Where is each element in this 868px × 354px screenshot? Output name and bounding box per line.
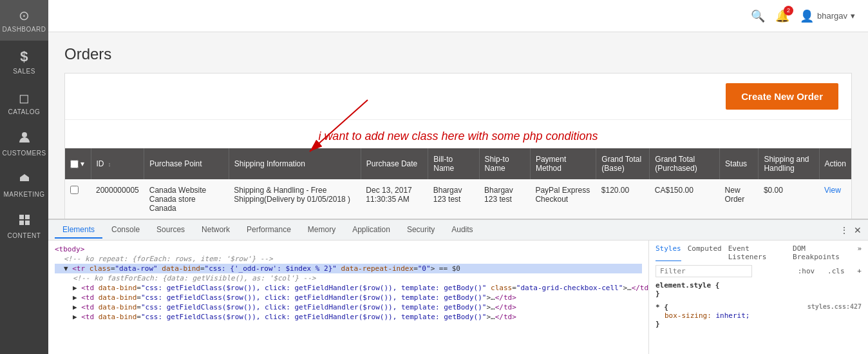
devtools-actions: ⋮ ✕ [840,225,862,235]
notification-badge: 2 [784,6,793,15]
styles-tab[interactable]: Styles [656,244,681,261]
th-payment-method: Payment Method [530,148,596,179]
th-status-label: Status [725,159,747,168]
sidebar-item-customers[interactable]: CUSTOMERS [0,123,48,164]
element-style-block: element.style { } [656,281,862,298]
wildcard-style-block: * {styles.css:427 box-sizing: inherit; } [656,303,862,328]
wildcard-selector: * {styles.css:427 [656,303,862,311]
sidebar-item-label: DASHBOARD [3,26,46,33]
th-purchase-point-label: Purchase Point [149,159,202,168]
devtools-tab-console[interactable]: Console [104,222,147,239]
sidebar-item-content[interactable]: CONTENT [0,206,48,247]
devtools-tab-network[interactable]: Network [194,222,238,239]
notification-bell[interactable]: 🔔 2 [775,9,789,23]
row-shipping-handling: $0.00 [764,186,783,195]
orders-panel: Create New Order i want to add new class… [64,73,852,219]
page-title: Orders [64,45,852,63]
sort-icon-id[interactable]: ↕ [108,161,111,168]
th-purchase-date: Purchase Date [361,148,428,179]
topbar: 🔍 🔔 2 👤 bhargav ▾ [48,0,868,32]
row-checkbox[interactable] [70,186,79,194]
devtools-tab-memory[interactable]: Memory [300,222,343,239]
event-listeners-tab[interactable]: Event Listeners [728,244,786,261]
th-grand-total-base-label: Grand Total (Base) [601,155,641,173]
th-grand-total-purchased: Grand Total (Purchased) [650,148,720,179]
computed-tab[interactable]: Computed [688,244,722,261]
search-icon[interactable]: 🔍 [751,9,765,23]
customers-icon [18,131,31,147]
code-line-td4: ▶ <td data-bind="css: getFieldClass($row… [55,312,642,322]
row-ship-to: Bhargav 123 test [484,186,513,204]
devtools-tab-application[interactable]: Application [344,222,398,239]
svg-rect-5 [25,221,30,225]
row-shipping-info: Shipping & Handling - Free Shipping(Deli… [234,186,350,204]
devtools-tabs: Elements Console Sources Network Perform… [48,220,868,241]
devtools-close-icon[interactable]: ✕ [854,225,862,235]
th-action: Action [819,148,851,179]
th-purchase-point: Purchase Point [144,148,229,179]
th-id-label: ID [97,159,104,168]
pseudo-class-filter[interactable]: :hov .cls + [798,267,862,275]
create-new-order-button[interactable]: Create New Order [726,83,838,110]
topbar-right: 🔍 🔔 2 👤 bhargav ▾ [751,9,855,23]
svg-point-0 [22,132,27,137]
table-row: 2000000005 Canada Website Canada store C… [65,179,851,219]
th-checkbox-dropdown-icon[interactable]: ▾ [80,159,84,168]
td-id: 2000000005 [91,179,144,219]
code-line-td1: ▶ <td data-bind="css: getFieldClass($row… [55,283,642,293]
wildcard-close: } [656,320,862,328]
dom-breakpoints-tab[interactable]: DOM Breakpoints [793,244,851,261]
th-bill-to-label: Bill-to Name [433,155,454,173]
devtools-tab-performance[interactable]: Performance [239,222,299,239]
php-message-section: i want to add new class here with some p… [65,120,851,219]
orders-table: ▾ ID ↕ Purchase Point [65,148,851,219]
th-checkbox[interactable]: ▾ [65,148,91,179]
devtools-tab-audits[interactable]: Audits [444,222,480,239]
th-payment-method-label: Payment Method [536,155,566,173]
user-name: bhargav [817,11,847,21]
devtools-tab-sources[interactable]: Sources [149,222,193,239]
expand-icon[interactable]: » [857,244,862,261]
devtools-tab-security[interactable]: Security [399,222,442,239]
code-line-comment1: <!-- ko repeat: {forEach: rows, item: '$… [55,254,642,264]
sidebar-item-sales[interactable]: $ SALES [0,41,48,83]
sidebar-item-label: CATALOG [8,108,41,115]
row-purchase-date: Dec 13, 2017 11:30:35 AM [366,186,411,204]
svg-rect-3 [25,215,30,219]
td-action[interactable]: View [819,179,851,219]
sidebar-item-dashboard[interactable]: ⊙ DASHBOARD [0,0,48,41]
devtools-menu-icon[interactable]: ⋮ [840,225,849,235]
td-purchase-point: Canada Website Canada store Canada [144,179,229,219]
user-menu[interactable]: 👤 bhargav ▾ [800,9,855,23]
code-line-tr[interactable]: ▼ <tr class="data-row" data-bind="css: {… [55,264,642,273]
td-checkbox[interactable] [65,179,91,219]
devtools-tab-elements[interactable]: Elements [55,222,102,239]
dashboard-icon: ⊙ [19,8,30,23]
th-grand-total-purchased-label: Grand Total (Purchased) [655,155,697,173]
row-bill-to: Bhargav 123 test [433,186,462,204]
th-shipping-handling-label: Shipping and Handling [764,155,809,173]
th-shipping-info: Shipping Information [229,148,361,179]
user-avatar-icon: 👤 [800,9,814,23]
select-all-checkbox[interactable] [70,160,79,168]
devtools-dom-tree: <tbody> <!-- ko repeat: {forEach: rows, … [48,241,649,354]
th-status: Status [720,148,759,179]
devtools-panel: Elements Console Sources Network Perform… [48,219,868,354]
css-source: styles.css:427 [807,303,862,310]
td-shipping-info: Shipping & Handling - Free Shipping(Deli… [229,179,361,219]
sidebar-item-label: CONTENT [8,232,41,239]
styles-filter-input[interactable] [656,265,752,277]
td-purchase-date: Dec 13, 2017 11:30:35 AM [361,179,428,219]
sidebar-item-marketing[interactable]: MARKETING [0,164,48,206]
th-bill-to: Bill-to Name [428,148,479,179]
content-icon [18,213,31,230]
view-link[interactable]: View [824,186,841,195]
code-line-td3: ▶ <td data-bind="css: getFieldClass($row… [55,302,642,312]
td-grand-total-purchased: CA$150.00 [650,179,720,219]
sidebar: ⊙ DASHBOARD $ SALES ◻ CATALOG CUSTOMERS … [0,0,48,354]
sidebar-item-catalog[interactable]: ◻ CATALOG [0,83,48,123]
devtools-styles-panel: Styles Computed Event Listeners DOM Brea… [649,241,868,354]
code-line-comment2: <!-- ko fastForEach: {data: getVisible()… [55,273,642,283]
sidebar-item-label: SALES [13,68,35,75]
php-message: i want to add new class here with some p… [65,120,851,148]
